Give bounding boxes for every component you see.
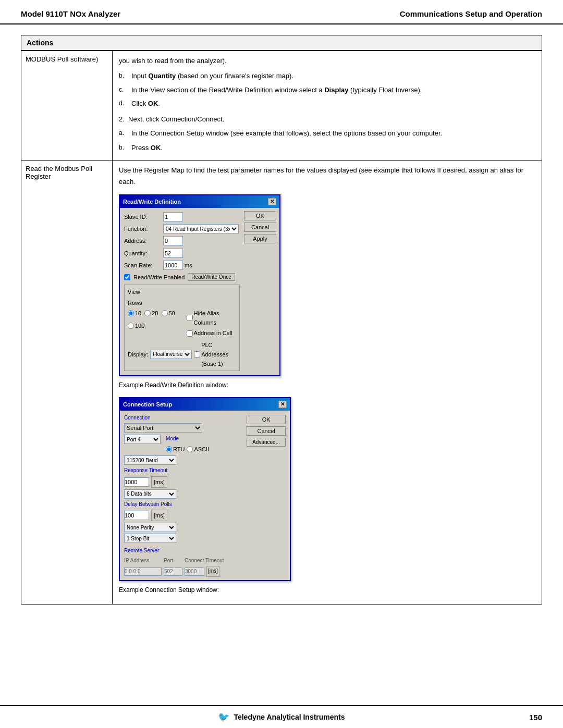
row-10-radio[interactable] xyxy=(128,310,134,316)
rw-ok-btn[interactable]: OK xyxy=(244,211,276,220)
delay-unit: [ms] xyxy=(151,510,167,521)
data-bits-select[interactable]: 8 Data bits xyxy=(124,489,176,499)
action-col-left-register: Read the Modbus Poll Register xyxy=(21,161,113,604)
conn-buttons-col: OK Cancel Advanced... xyxy=(242,411,290,580)
rs-ip-col-header: IP Address xyxy=(124,557,162,565)
rs-values-row: [ms] xyxy=(124,566,238,577)
action-col-right-modbus: you wish to read from the analyzer). b. … xyxy=(113,51,542,160)
row-50-radio[interactable] xyxy=(162,310,168,316)
slave-id-input[interactable] xyxy=(163,212,183,221)
row-100-radio[interactable] xyxy=(128,323,134,329)
list-item-d: d. Click OK. xyxy=(119,98,535,109)
scan-rate-row: Scan Rate: ms xyxy=(124,261,240,270)
rs-ip-input[interactable] xyxy=(124,567,162,576)
port-select[interactable]: Port 4 xyxy=(124,435,161,444)
mode-label: Mode xyxy=(166,435,209,443)
rows-label: Rows xyxy=(128,298,236,307)
delay-row: [ms] xyxy=(124,510,238,521)
address-in-cell-checkbox[interactable] xyxy=(187,330,193,337)
ascii-radio[interactable] xyxy=(187,446,193,452)
quantity-label: Quantity: xyxy=(124,249,163,258)
delay-section: Delay Between Polls [ms] xyxy=(124,500,238,522)
hide-alias-option[interactable]: Hide Alias Columns xyxy=(187,309,236,327)
rw-dialog-close-btn[interactable]: ✕ xyxy=(268,198,276,205)
scan-rate-label: Scan Rate: xyxy=(124,261,163,270)
conn-dialog-title: Connection Setup xyxy=(123,400,172,409)
response-timeout-unit: [ms] xyxy=(151,476,167,488)
response-timeout-input[interactable] xyxy=(124,477,149,487)
list-item-b: b. Input Quantity (based on your firware… xyxy=(119,70,535,81)
action-col-right-register: Use the Register Map to find the test pa… xyxy=(113,161,542,604)
rs-port-input[interactable] xyxy=(164,567,182,576)
address-row: Address: xyxy=(124,236,240,245)
connection-section: Connection Serial Port xyxy=(124,414,238,433)
delay-label: Delay Between Polls xyxy=(124,500,238,509)
scan-rate-input[interactable] xyxy=(163,261,183,270)
rs-timeout-col-header: Connect Timeout xyxy=(185,557,224,565)
rtu-radio[interactable] xyxy=(166,446,172,452)
list-item-2b: b. Press OK. xyxy=(119,142,535,153)
conn-dialog-titlebar: Connection Setup ✕ xyxy=(120,398,290,411)
conn-dialog-body: Connection Serial Port xyxy=(120,411,290,580)
rs-timeout-unit: [ms] xyxy=(206,566,219,577)
view-section: View Rows 10 20 xyxy=(124,285,240,371)
rw-apply-btn[interactable]: Apply xyxy=(244,234,276,243)
rw-dialog-window: Read/Write Definition ✕ Slave ID: xyxy=(119,194,280,376)
ascii-option[interactable]: ASCII xyxy=(187,445,209,454)
rs-port-col-header: Port xyxy=(164,557,182,565)
rw-fields: Slave ID: Function: 04 Read Input Regist… xyxy=(120,208,244,375)
page-header: Model 9110T NOx Analyzer Communications … xyxy=(0,0,563,24)
brand-icon: 🐦 xyxy=(218,711,229,723)
rw-enabled-checkbox[interactable] xyxy=(124,274,130,280)
function-select[interactable]: 04 Read Input Registers (3x) xyxy=(163,224,239,233)
conn-ok-btn[interactable]: OK xyxy=(247,415,286,424)
row-50-option[interactable]: 50 xyxy=(162,309,175,318)
remote-server-section: Remote Server IP Address Port Connect Ti… xyxy=(124,547,238,577)
slave-id-row: Slave ID: xyxy=(124,212,240,221)
port-baud-row: Port 4 Mode RTU xyxy=(124,435,238,454)
rw-dialog-body: Slave ID: Function: 04 Read Input Regist… xyxy=(120,208,279,375)
page-footer: 🐦 Teledyne Analytical Instruments 150 xyxy=(0,705,563,728)
response-timeout-section: Response Timeout [ms] xyxy=(124,466,238,488)
address-in-cell-option[interactable]: Address in Cell xyxy=(187,328,236,338)
rtu-option[interactable]: RTU xyxy=(166,445,185,454)
address-input[interactable] xyxy=(163,236,183,245)
row-20-option[interactable]: 20 xyxy=(144,309,158,318)
rw-once-btn[interactable]: Read/Write Once xyxy=(188,273,235,281)
row-100-option[interactable]: 100 xyxy=(128,321,144,330)
view-title: View xyxy=(128,287,236,297)
rw-dialog-title: Read/Write Definition xyxy=(123,197,181,206)
rs-timeout-input[interactable] xyxy=(185,567,204,576)
conn-advanced-btn[interactable]: Advanced... xyxy=(247,438,286,447)
header-title-left: Model 9110T NOx Analyzer xyxy=(21,9,120,18)
header-title-right: Communications Setup and Operation xyxy=(400,9,542,18)
stop-bit-select[interactable]: 1 Stop Bit xyxy=(124,534,176,543)
rs-headers: IP Address Port Connect Timeout xyxy=(124,557,238,565)
rw-cancel-btn[interactable]: Cancel xyxy=(244,223,276,232)
baud-select[interactable]: 115200 Baud xyxy=(124,455,176,465)
address-label: Address: xyxy=(124,236,163,245)
conn-cancel-btn[interactable]: Cancel xyxy=(247,426,286,436)
remote-server-label: Remote Server xyxy=(124,547,238,556)
row-20-radio[interactable] xyxy=(144,310,151,316)
function-label: Function: xyxy=(124,224,163,233)
row-10-option[interactable]: 10 xyxy=(128,309,141,318)
response-timeout-row: [ms] xyxy=(124,476,238,488)
quantity-input[interactable] xyxy=(163,249,183,258)
plc-addresses-checkbox[interactable] xyxy=(194,351,200,357)
brand-text: Teledyne Analytical Instruments xyxy=(234,713,345,721)
plc-addresses-option[interactable]: PLC Addresses (Base 1) xyxy=(194,340,236,368)
quantity-row: Quantity: xyxy=(124,249,240,258)
parity-select[interactable]: None Parity xyxy=(124,523,176,532)
delay-input[interactable] xyxy=(124,511,149,520)
action-col-left-modbus: MODBUS Poll software) xyxy=(21,51,113,160)
conn-dialog-close-btn[interactable]: ✕ xyxy=(278,401,287,408)
connection-select[interactable]: Serial Port xyxy=(124,423,202,433)
page-number: 150 xyxy=(529,713,542,722)
rw-enabled-row: Read/Write Enabled Read/Write Once xyxy=(124,273,240,282)
main-content: Actions MODBUS Poll software) you wish t… xyxy=(0,24,563,615)
display-select[interactable]: Float inverse xyxy=(150,350,192,359)
hide-alias-checkbox[interactable] xyxy=(187,315,193,321)
function-row: Function: 04 Read Input Registers (3x) xyxy=(124,224,240,233)
port-settings: Port 4 Mode RTU xyxy=(124,435,238,576)
